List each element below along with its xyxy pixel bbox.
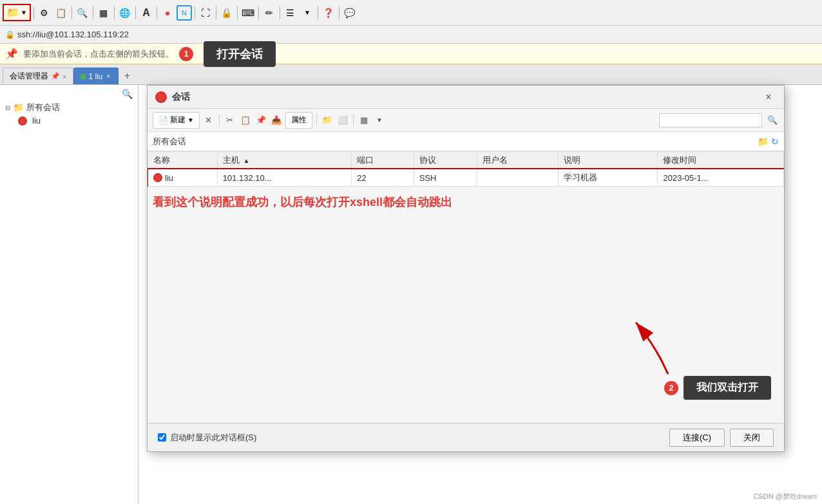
startup-checkbox[interactable]	[158, 433, 166, 442]
double-click-badge: 我们双击打开	[683, 376, 771, 400]
tab-add-button[interactable]: +	[119, 68, 135, 84]
tree-item-all-sessions[interactable]: ⊟ 📁 所有会话	[3, 100, 135, 115]
toolbar-separator-3	[93, 6, 93, 19]
table-row-liu[interactable]: liu 101.132.10... 22 SSH 学习机器 2023-05-1.…	[148, 169, 784, 187]
tab-bar: 会话管理器 📌 × 1 liu × +	[0, 64, 822, 85]
dialog-search-input[interactable]	[659, 113, 762, 127]
watermark: CSDN @梦吃dream	[753, 492, 817, 501]
tab-active-dot	[81, 74, 86, 79]
copy-icon-2[interactable]: 📋	[239, 114, 252, 127]
info-bar: 📌 要添加当前会话，点击左侧的箭头按钮。 1 打开会话	[0, 44, 822, 64]
properties-label: 属性	[291, 115, 307, 126]
session-table-body: liu 101.132.10... 22 SSH 学习机器 2023-05-1.…	[148, 169, 784, 187]
dialog-separator-2	[316, 115, 317, 126]
fullscreen-icon[interactable]: ⛶	[198, 5, 213, 21]
toolbar-separator-2	[72, 6, 72, 19]
dialog-bottom-bar: 启动时显示此对话框(S) 连接(C) 关闭	[148, 423, 784, 451]
dialog-close-button[interactable]: ×	[761, 89, 776, 105]
brand-icon-1[interactable]: ●	[160, 5, 175, 21]
new-session-button[interactable]: 📄 新建 ▼	[153, 112, 200, 129]
open-session-button[interactable]: 打开会话	[204, 41, 276, 67]
keyboard-icon[interactable]: ⌨	[240, 5, 256, 21]
sort-icon[interactable]: ⬜	[336, 114, 349, 127]
list-icon[interactable]: ☰	[283, 5, 298, 21]
cell-protocol: SSH	[414, 169, 477, 187]
breadcrumb-up-icon[interactable]: 📁	[758, 136, 769, 147]
properties-button[interactable]: 属性	[285, 112, 312, 129]
cell-username	[477, 169, 558, 187]
dialog-title-text: 会话	[172, 91, 756, 103]
col-header-username[interactable]: 用户名	[477, 152, 558, 169]
pin-icon: 📌	[5, 48, 18, 60]
dialog-search-icon[interactable]: 🔍	[766, 114, 779, 127]
view-dropdown-icon[interactable]: ▼	[373, 114, 386, 127]
paste-icon[interactable]: 📌	[254, 114, 267, 127]
chat-icon[interactable]: 💬	[342, 5, 358, 21]
import-icon[interactable]: 📥	[270, 114, 283, 127]
dialog-close-btn-bottom[interactable]: 关闭	[730, 429, 774, 447]
dialog-breadcrumb: 所有会话 📁 ↻	[148, 132, 784, 151]
col-header-description[interactable]: 说明	[558, 152, 658, 169]
session-dialog: 会话 × 📄 新建 ▼ ✕ ✂ 📋 📌 📥 属性 📁 ⬜ ▦ ▼	[147, 85, 785, 452]
tab-session-manager[interactable]: 会话管理器 📌 ×	[3, 68, 73, 84]
help-icon[interactable]: ❓	[321, 5, 336, 21]
col-header-protocol[interactable]: 协议	[414, 152, 477, 169]
brand-icon-2[interactable]: N	[177, 5, 192, 21]
cell-port: 22	[352, 169, 414, 187]
new-icon: 📄	[158, 116, 168, 125]
col-header-name[interactable]: 名称	[148, 152, 218, 169]
col-header-host[interactable]: 主机 ▲	[217, 152, 352, 169]
folder-dropdown-arrow[interactable]: ▼	[21, 9, 27, 16]
connect-button[interactable]: 连接(C)	[669, 429, 725, 447]
cell-modified: 2023-05-1...	[658, 169, 784, 187]
double-click-area: 2 我们双击打开	[664, 376, 771, 400]
tab-session-manager-close[interactable]: ×	[62, 73, 66, 80]
toolbar-separator-7	[195, 6, 195, 19]
folder-open-button[interactable]: 📁 ▼	[3, 4, 31, 21]
cell-description: 学习机器	[558, 169, 658, 187]
cell-name: liu	[148, 169, 218, 187]
toolbar: 📁 ▼ ⚙ 📋 🔍 ▦ 🌐 A ● N ⛶ 🔒 ⌨ ✏ ☰ ▼ ❓ 💬	[0, 0, 822, 26]
breadcrumb-refresh-icon[interactable]: ↻	[771, 136, 779, 147]
grid-icon[interactable]: ▦	[96, 5, 111, 21]
dialog-toolbar: 📄 新建 ▼ ✕ ✂ 📋 📌 📥 属性 📁 ⬜ ▦ ▼ 🔍	[148, 109, 784, 132]
dialog-session-icon	[155, 91, 167, 103]
breadcrumb-text: 所有会话	[153, 136, 186, 147]
copy-icon[interactable]: 📋	[53, 5, 69, 21]
sidebar-search-icon[interactable]: 🔍	[122, 89, 133, 99]
view-grid-icon[interactable]: ▦	[358, 114, 370, 127]
info-bar-message: 要添加当前会话，点击左侧的箭头按钮。	[23, 48, 174, 60]
dialog-separator-1	[219, 115, 220, 126]
tab-active-liu[interactable]: 1 liu ×	[73, 68, 119, 84]
tree-all-sessions-label: 所有会话	[26, 102, 60, 113]
col-header-port[interactable]: 端口	[352, 152, 414, 169]
tab-session-manager-label: 会话管理器	[10, 71, 48, 82]
toolbar-separator-12	[318, 6, 318, 19]
delete-icon[interactable]: ✕	[202, 114, 215, 127]
step-badge-1: 1	[179, 47, 193, 61]
startup-checkbox-label: 启动时显示此对话框(S)	[170, 432, 256, 443]
globe-icon[interactable]: 🌐	[117, 5, 133, 21]
search-icon[interactable]: 🔍	[75, 5, 90, 21]
tab-active-close[interactable]: ×	[105, 73, 111, 80]
session-table-header: 名称 主机 ▲ 端口 协议 用户名 说明 修改时间	[148, 152, 784, 169]
tree-folder-icon: 📁	[13, 102, 24, 113]
edit-icon[interactable]: ✏	[262, 5, 277, 21]
lock-icon[interactable]: 🔒	[219, 5, 234, 21]
new-dropdown-arrow[interactable]: ▼	[187, 117, 194, 124]
tab-pin-icon: 📌	[51, 72, 60, 80]
font-icon[interactable]: A	[139, 5, 154, 21]
settings-icon[interactable]: ⚙	[37, 5, 52, 21]
session-icon-liu	[18, 117, 27, 126]
tree-item-liu[interactable]: liu	[3, 115, 135, 127]
tree-liu-label: liu	[32, 116, 41, 126]
address-lock-icon: 🔒	[5, 30, 15, 39]
list-dropdown-icon[interactable]: ▼	[300, 5, 315, 21]
toolbar-separator-11	[280, 6, 280, 19]
toolbar-separator-8	[216, 6, 216, 19]
session-table: 名称 主机 ▲ 端口 协议 用户名 说明 修改时间 l	[148, 151, 784, 187]
tab-active-label: 1 liu	[88, 72, 102, 81]
cut-icon[interactable]: ✂	[224, 114, 236, 127]
col-header-modified[interactable]: 修改时间	[658, 152, 784, 169]
folder-btn-icon[interactable]: 📁	[321, 114, 334, 127]
